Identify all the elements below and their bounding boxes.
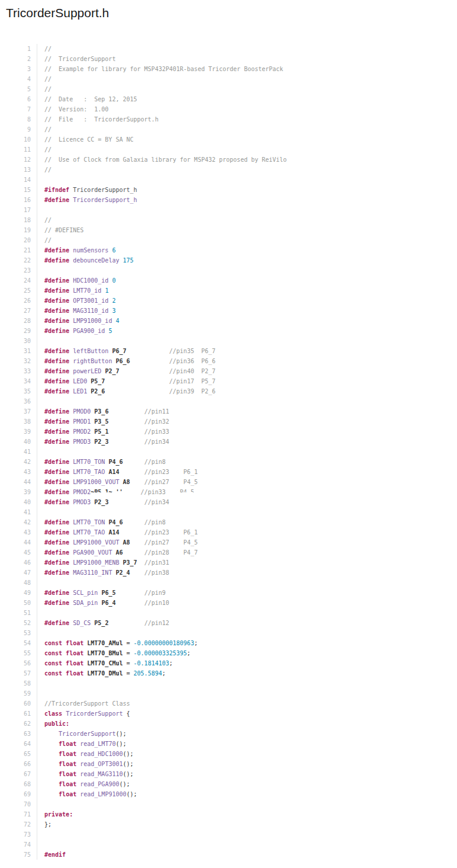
code-token: #define [44,519,69,526]
code-token: = [123,670,133,677]
code-line: 36 [0,396,457,406]
line-number: 73 [0,829,37,840]
line-number: 5 [0,84,37,94]
code-token: //pin35 P6_7 [169,348,215,354]
code-line: 41 [0,447,457,457]
code-token: #define [44,620,69,626]
code-line: 74 [0,840,457,850]
code-text: #define LMT70_id 1 [37,286,108,296]
code-token: ; [162,670,166,677]
code-line: 24#define HDC1000_id 0 [0,276,457,286]
code-token: LMT70_id [73,287,101,294]
code-token: #define [44,559,69,566]
code-token: #define [44,287,69,294]
code-line: 40#define PMOD3 P2_3 //pin34 [0,437,457,447]
code-token: LED0 [73,378,87,385]
line-number: 11 [0,145,37,155]
line-number: 32 [0,356,37,366]
code-token: 4 [115,318,119,324]
code-line: 53 [0,628,457,638]
code-token: P5_1 [94,428,108,435]
code-token: //pin34 [144,499,169,505]
code-text [37,578,44,588]
code-line: 66 float read_OPT3001(); [0,759,457,769]
code-text: float read_OPT3001(); [37,759,134,769]
code-text [37,175,44,185]
code-token: #define [44,469,69,475]
code-token: (); [123,771,133,777]
code-token: PGA900_VOUT [73,549,112,556]
code-line: 2// TricorderSupport [0,54,457,64]
line-number: 18 [0,215,37,225]
code-token: = [123,660,133,667]
code-text: #define LMT70_TAO A14 //pin23 P6_1 [37,527,198,537]
code-token: //pin27 P4_5 [144,479,198,485]
code-line: 14 [0,175,457,185]
code-token: const float [44,640,83,646]
code-token: -0.000003325395 [134,650,187,656]
code-token: powerLED [73,368,101,374]
code-text [37,799,44,809]
code-line: 52#define SD_CS P5_2 //pin12 [0,618,457,628]
code-token: LMP91000_MENB [73,559,119,566]
code-line: 28#define LMP91000_id 4 [0,316,457,326]
code-token: PGA900_id [73,328,105,334]
code-token: A6 [115,549,123,556]
code-line: 4// [0,74,457,84]
code-text: #define numSensors 6 [37,245,115,255]
code-token: read_PGA900 [80,781,119,787]
code-text [37,205,44,215]
code-text: public: [37,719,69,729]
code-token: P2_4 [115,569,130,576]
line-number: 29 [0,326,37,336]
code-text: #define LMT70_TAO A14 //pin23 P6_1 [37,467,198,477]
code-line: 45#define PGA900_VOUT A6 //pin28 P4_7 [0,547,457,558]
line-number: 58 [0,678,37,688]
code-token: ; [169,660,173,667]
code-line: 11// [0,145,457,155]
code-text: #define LED1 P2_6 //pin39 P2_6 [37,386,215,396]
code-text: #define powerLED P2_7 //pin40 P2_7 [37,366,215,376]
code-token: PMOD3 [73,499,91,505]
code-text: #define SD_CS P5_2 //pin12 [37,618,169,628]
code-token: (); [115,741,126,747]
code-token: LMT70_TAO [73,529,105,536]
code-token: // #DEFINES [44,227,83,233]
code-token: #define [44,529,69,536]
code-line: 72}; [0,819,457,829]
code-token [130,479,144,485]
line-number: 57 [0,668,37,678]
code-text: float read_LMT70(); [37,739,127,749]
code-text: #define SCL_pin P6_5 //pin9 [37,588,166,598]
code-token: PMOD0 [73,408,91,415]
code-line: 9// [0,124,457,134]
code-token: //pin32 [144,418,169,425]
code-token: ~P5_1~ '' [91,487,123,492]
code-line: 43#define LMT70_TAO A14 //pin23 P6_1 [0,467,457,477]
code-text [37,265,44,276]
line-number: 46 [0,558,37,568]
code-token: P6_4 [101,600,115,606]
line-number: 41 [0,507,37,517]
code-text: const float LMT70_CMul = -0.1814103; [37,658,173,668]
code-token: = [123,650,133,656]
line-number: 38 [0,417,37,427]
line-number: 67 [0,769,37,779]
code-token: class [44,710,62,717]
code-token: #define [44,418,69,425]
line-number: 26 [0,296,37,306]
code-token: TricorderSupport [66,710,123,717]
code-text: // TricorderSupport [37,54,115,64]
code-token [119,368,169,374]
code-text: #endif [37,850,66,860]
code-token: A14 [108,529,119,536]
code-line: 55const float LMT70_BMul = -0.0000033253… [0,648,457,658]
code-line: 65 float read_HDC1000(); [0,749,457,759]
code-token: SCL_pin [73,590,98,596]
code-token: #ifndef [44,187,69,193]
code-token: -0.00000000180963 [134,640,194,646]
code-text [37,628,44,638]
code-text: #define LMP91000_id 4 [37,316,119,326]
code-token: //TricorderSupport Class [44,700,130,707]
code-line: 43#define LMT70_TAO A14 //pin23 P6_1 [0,527,457,537]
